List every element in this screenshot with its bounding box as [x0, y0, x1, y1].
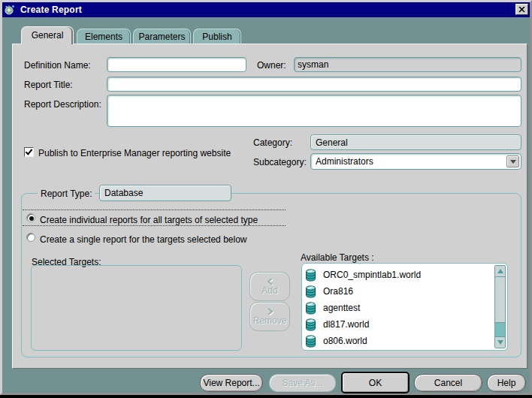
tab-parameters[interactable]: Parameters: [133, 29, 191, 44]
list-item[interactable]: o815.world: [305, 348, 367, 351]
list-item[interactable]: ORC0_smpintlab1.world: [305, 267, 421, 283]
remove-button[interactable]: Remove: [249, 302, 290, 331]
close-button[interactable]: [515, 4, 528, 15]
scrollbar-thumb[interactable]: [495, 277, 505, 323]
report-description-input[interactable]: [107, 95, 521, 127]
target-name: o806.world: [323, 336, 367, 346]
radio-single-label: Create a single report for the targets s…: [40, 234, 246, 245]
database-icon: [305, 318, 316, 331]
cancel-button[interactable]: Cancel: [414, 374, 482, 392]
radio-individual-reports[interactable]: [26, 213, 35, 222]
publish-checkbox[interactable]: [24, 147, 34, 157]
tab-general[interactable]: General: [21, 26, 74, 44]
scrollbar[interactable]: [494, 265, 506, 348]
app-icon: [4, 4, 17, 16]
definition-name-label: Definition Name:: [24, 60, 91, 71]
database-icon: [305, 350, 316, 351]
checkmark-icon: [26, 147, 33, 155]
database-icon: [305, 269, 316, 282]
add-button-label: Add: [261, 286, 277, 296]
report-type-value: Database: [104, 188, 143, 198]
list-item[interactable]: o806.world: [305, 333, 367, 349]
database-icon: [305, 302, 316, 315]
tab-publish[interactable]: Publish: [193, 29, 241, 44]
definition-name-input[interactable]: [107, 57, 246, 72]
scrollbar-up-button[interactable]: [495, 266, 505, 277]
owner-label: Owner:: [257, 60, 286, 71]
radio-individual-label: Create individual reports for all target…: [40, 215, 258, 225]
triangle-up-icon: [497, 269, 503, 273]
category-dropdown[interactable]: General: [310, 134, 521, 150]
report-title-input[interactable]: [107, 77, 521, 92]
target-name: dl817.world: [323, 319, 369, 330]
list-item[interactable]: Ora816: [305, 283, 353, 300]
owner-field: [294, 57, 521, 72]
list-item[interactable]: agenttest: [305, 300, 360, 316]
view-report-button[interactable]: View Report...: [200, 374, 263, 392]
target-name: ORC0_smpintlab1.world: [323, 270, 421, 280]
ok-button[interactable]: OK: [341, 372, 410, 393]
radio-single-report[interactable]: [26, 233, 35, 242]
report-type-dropdown[interactable]: Database: [99, 185, 231, 201]
publish-checkbox-label: Publish to Enterprise Manager reporting …: [38, 148, 231, 158]
database-icon: [305, 335, 316, 348]
target-name: agenttest: [323, 303, 360, 313]
selected-targets-list[interactable]: [31, 265, 242, 351]
available-targets-list[interactable]: ORC0_smpintlab1.world Ora816 age: [301, 263, 508, 351]
create-report-dialog: Create Report General Elements Parameter…: [0, 0, 532, 395]
list-item[interactable]: dl817.world: [305, 316, 369, 333]
target-name: Ora816: [323, 286, 353, 297]
database-icon: [305, 285, 316, 298]
titlebar[interactable]: Create Report: [2, 2, 530, 17]
close-icon: [518, 7, 525, 13]
scrollbar-down-button[interactable]: [495, 336, 505, 348]
category-label: Category:: [253, 137, 292, 148]
report-title-label: Report Title:: [24, 80, 73, 90]
chevron-right-icon: [266, 308, 274, 315]
category-value: General: [316, 137, 348, 148]
remove-button-label: Remove: [253, 316, 287, 326]
help-button[interactable]: Help: [487, 374, 526, 392]
chevron-down-icon: [510, 160, 516, 164]
general-tab-page: Definition Name: Owner: Report Title: Re…: [12, 44, 527, 369]
subcategory-dropdown[interactable]: Administrators: [310, 153, 521, 170]
triangle-down-icon: [497, 340, 503, 345]
add-button[interactable]: Add: [249, 272, 290, 301]
available-targets-label: Available Targets :: [301, 252, 374, 263]
tab-elements[interactable]: Elements: [77, 29, 131, 44]
window-title: Create Report: [20, 5, 82, 15]
dropdown-arrow-button[interactable]: [506, 155, 519, 167]
report-type-label: Report Type:: [38, 188, 95, 200]
subcategory-value: Administrators: [316, 156, 373, 167]
report-description-label: Report Description:: [24, 99, 101, 110]
save-as-button[interactable]: Save As...: [269, 374, 336, 392]
chevron-left-icon: [266, 278, 274, 285]
subcategory-label: Subcategory:: [253, 157, 307, 167]
